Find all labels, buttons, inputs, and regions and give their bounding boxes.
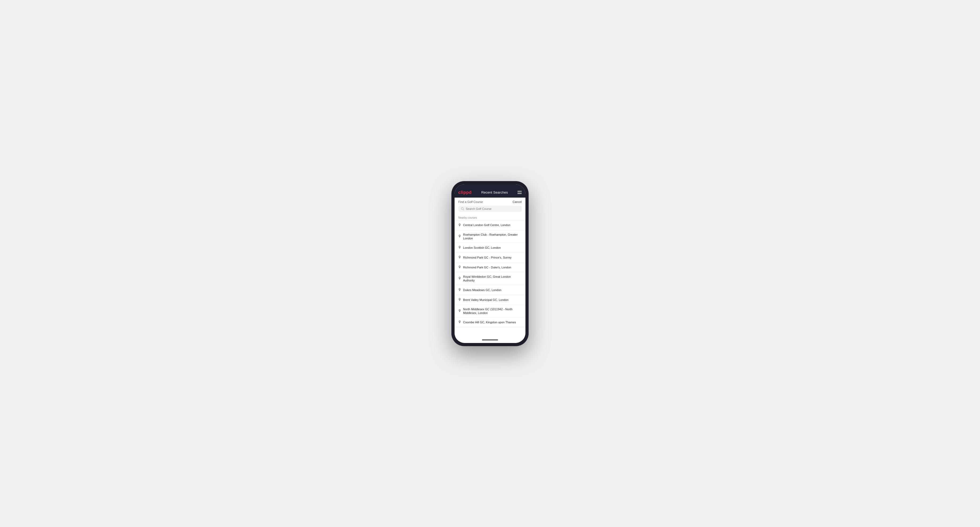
course-list-item[interactable]: Central London Golf Centre, London	[455, 221, 525, 230]
course-list: Central London Golf Centre, London Roeha…	[455, 221, 525, 327]
course-list-item[interactable]: Coombe Hill GC, Kingston upon Thames	[455, 317, 525, 327]
location-pin-icon	[458, 309, 461, 313]
find-label: Find a Golf Course	[458, 200, 483, 203]
course-name: Coombe Hill GC, Kingston upon Thames	[463, 321, 516, 324]
nav-bar: clippd Recent Searches	[455, 188, 525, 198]
course-list-item[interactable]: Richmond Park GC - Prince's, Surrey	[455, 253, 525, 263]
search-area: Find a Golf Course Cancel	[455, 198, 525, 214]
search-box	[458, 206, 522, 212]
phone-device: clippd Recent Searches Find a Golf Cours…	[451, 181, 529, 346]
location-pin-icon	[458, 245, 461, 250]
course-name: Dukes Meadows GC, London	[463, 288, 501, 292]
search-input[interactable]	[466, 207, 519, 210]
phone-screen: clippd Recent Searches Find a Golf Cours…	[455, 184, 525, 343]
course-name: Richmond Park GC - Duke's, London	[463, 265, 511, 269]
location-pin-icon	[458, 320, 461, 325]
course-list-item[interactable]: North Middlesex GC (1011942 - North Midd…	[455, 305, 525, 318]
search-icon	[461, 207, 464, 210]
results-container: Nearby courses Central London Golf Centr…	[455, 214, 525, 337]
home-indicator	[455, 337, 525, 343]
course-name: Brent Valley Municipal GC, London	[463, 298, 508, 302]
course-list-item[interactable]: Roehampton Club - Roehampton, Greater Lo…	[455, 230, 525, 243]
course-name: Central London Golf Centre, London	[463, 223, 510, 227]
menu-icon[interactable]	[517, 191, 522, 194]
course-list-item[interactable]: Brent Valley Municipal GC, London	[455, 295, 525, 305]
course-name: North Middlesex GC (1011942 - North Midd…	[463, 307, 522, 315]
location-pin-icon	[458, 255, 461, 260]
nav-title: Recent Searches	[481, 190, 508, 194]
course-name: Royal Wimbledon GC, Great London Authori…	[463, 275, 522, 283]
cancel-button[interactable]: Cancel	[513, 200, 522, 203]
location-pin-icon	[458, 234, 461, 239]
course-name: Richmond Park GC - Prince's, Surrey	[463, 256, 512, 259]
location-pin-icon	[458, 223, 461, 228]
location-pin-icon	[458, 297, 461, 302]
nearby-section-header: Nearby courses	[455, 214, 525, 221]
location-pin-icon	[458, 276, 461, 281]
location-pin-icon	[458, 265, 461, 270]
course-name: Roehampton Club - Roehampton, Greater Lo…	[463, 233, 522, 240]
home-bar	[482, 340, 498, 340]
course-list-item[interactable]: Royal Wimbledon GC, Great London Authori…	[455, 272, 525, 285]
location-pin-icon	[458, 287, 461, 292]
status-bar	[455, 184, 525, 188]
find-row: Find a Golf Course Cancel	[458, 200, 522, 203]
course-name: London Scottish GC, London	[463, 246, 501, 249]
app-logo: clippd	[458, 190, 472, 195]
svg-line-1	[463, 209, 464, 210]
course-list-item[interactable]: Dukes Meadows GC, London	[455, 285, 525, 295]
course-list-item[interactable]: Richmond Park GC - Duke's, London	[455, 263, 525, 272]
course-list-item[interactable]: London Scottish GC, London	[455, 243, 525, 253]
